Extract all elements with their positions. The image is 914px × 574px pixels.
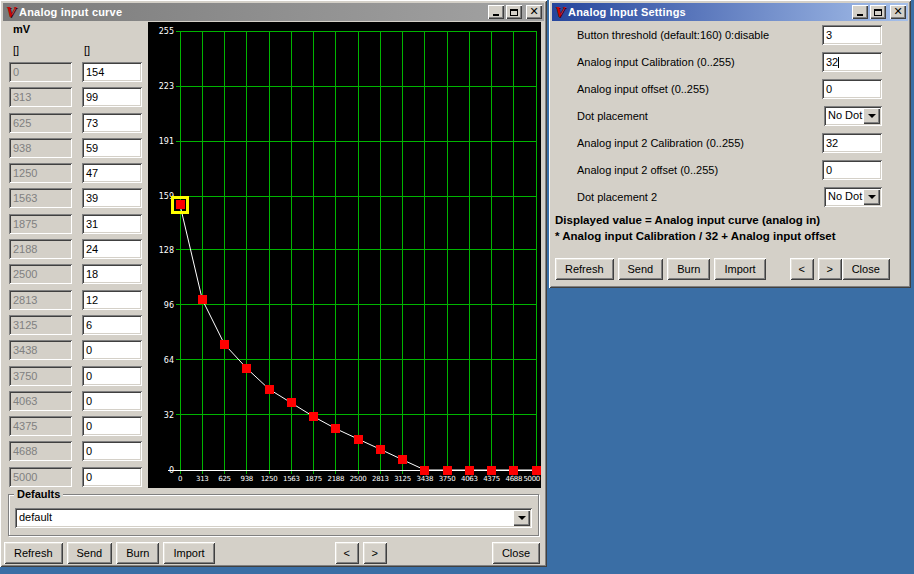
calibration-formula-note: * Analog input Calibration / 32 + Analog… <box>555 230 836 242</box>
vems-v-icon: V <box>555 5 565 19</box>
close-button[interactable]: Close <box>492 542 540 564</box>
mv-input: 1875 <box>9 214 72 234</box>
desktop-background: V Analog input curve ✕ mV [] [] 01543139… <box>0 0 914 574</box>
mv-input: 4063 <box>9 391 72 411</box>
curve-value-input[interactable]: 59 <box>82 138 142 158</box>
analog-input-2-calibration-0-255-input[interactable]: 32 <box>822 133 882 153</box>
close-icon: ✕ <box>529 7 538 17</box>
svg-text:5000: 5000 <box>523 475 540 483</box>
analog-input-curve-window: V Analog input curve ✕ mV [] [] 01543139… <box>0 0 547 567</box>
burn-button[interactable]: Burn <box>667 258 710 280</box>
mv-input: 3125 <box>9 315 72 335</box>
maximize-button[interactable] <box>506 5 522 19</box>
table-row: 31256 <box>9 315 143 335</box>
svg-text:625: 625 <box>218 475 230 483</box>
dropdown-button[interactable] <box>863 108 880 124</box>
prev-button[interactable]: < <box>790 258 814 280</box>
curve-value-input[interactable]: 18 <box>82 264 142 284</box>
curve-value-input[interactable]: 47 <box>82 163 142 183</box>
close-window-button[interactable]: ✕ <box>526 5 542 19</box>
table-row: 125047 <box>9 163 143 183</box>
send-button[interactable]: Send <box>618 258 664 280</box>
close-icon: ✕ <box>893 7 902 17</box>
mv-input: 938 <box>9 138 72 158</box>
curve-button-row: RefreshSendBurnImport <> Close <box>4 542 543 564</box>
mv-input: 2500 <box>9 264 72 284</box>
table-row: 46880 <box>9 441 143 461</box>
table-row: 40630 <box>9 391 143 411</box>
settings-fields: Button threshold (default:160) 0:disable… <box>552 22 908 211</box>
refresh-button[interactable]: Refresh <box>555 258 614 280</box>
minimize-button[interactable] <box>852 5 868 19</box>
table-row: 43750 <box>9 416 143 436</box>
curve-value-input[interactable]: 0 <box>82 391 142 411</box>
analog-input-2-offset-0-255-label: Analog input 2 offset (0..255) <box>577 164 718 176</box>
send-button[interactable]: Send <box>67 542 113 564</box>
mv-input: 4375 <box>9 416 72 436</box>
settings-window-titlebar[interactable]: V Analog Input Settings ✕ <box>552 3 908 21</box>
svg-text:3125: 3125 <box>394 475 411 483</box>
dot-placement-2-dropdown[interactable]: No Dot <box>824 187 882 207</box>
analog-input-calibration-0-255-input[interactable]: 32 <box>822 52 882 72</box>
svg-text:2500: 2500 <box>350 475 367 483</box>
curve-value-input[interactable]: 154 <box>82 62 142 82</box>
chevron-down-icon <box>868 195 876 199</box>
svg-text:1250: 1250 <box>261 475 278 483</box>
settings-field-row: Analog input 2 offset (0..255)0 <box>552 157 908 184</box>
refresh-button[interactable]: Refresh <box>4 542 63 564</box>
close-window-button[interactable]: ✕ <box>890 5 906 19</box>
minimize-button[interactable] <box>488 5 504 19</box>
curve-value-input[interactable]: 6 <box>82 315 142 335</box>
minimize-icon <box>493 14 499 16</box>
curve-value-input[interactable]: 12 <box>82 290 142 310</box>
curve-value-input[interactable]: 39 <box>82 188 142 208</box>
svg-text:255: 255 <box>159 27 174 36</box>
table-row: 93859 <box>9 138 143 158</box>
settings-field-row: Analog input Calibration (0..255)32 <box>552 49 908 76</box>
svg-text:64: 64 <box>164 356 174 365</box>
selected-value: No Dot <box>828 190 862 202</box>
next-button[interactable]: > <box>818 258 842 280</box>
import-button[interactable]: Import <box>163 542 214 564</box>
button-threshold-default-160-0-disable-input[interactable]: 3 <box>822 25 882 45</box>
curve-value-input[interactable]: 0 <box>82 340 142 360</box>
curve-value-input[interactable]: 73 <box>82 113 142 133</box>
analog-input-offset-0-255-input[interactable]: 0 <box>822 79 882 99</box>
table-row: 50000 <box>9 467 143 487</box>
svg-text:938: 938 <box>241 475 253 483</box>
close-button[interactable]: Close <box>842 258 890 280</box>
analog-input-2-offset-0-255-input[interactable]: 0 <box>822 160 882 180</box>
curve-value-input[interactable]: 99 <box>82 87 142 107</box>
dropdown-button[interactable] <box>863 189 880 205</box>
table-row: 62573 <box>9 113 143 133</box>
curve-value-input[interactable]: 0 <box>82 366 142 386</box>
svg-text:2188: 2188 <box>327 475 344 483</box>
next-button[interactable]: > <box>363 542 387 564</box>
table-row: 31399 <box>9 87 143 107</box>
settings-field-row: Analog input offset (0..255)0 <box>552 76 908 103</box>
curve-value-input[interactable]: 0 <box>82 467 142 487</box>
settings-field-row: Dot placementNo Dot <box>552 103 908 130</box>
curve-chart[interactable]: 0326496128159191223255031362593812501563… <box>148 22 541 488</box>
settings-field-row: Button threshold (default:160) 0:disable… <box>552 22 908 49</box>
svg-text:3750: 3750 <box>439 475 456 483</box>
dot-placement-dropdown[interactable]: No Dot <box>824 106 882 126</box>
curve-window-titlebar[interactable]: V Analog input curve ✕ <box>3 3 544 21</box>
defaults-dropdown-button[interactable] <box>513 510 530 526</box>
curve-value-input[interactable]: 0 <box>82 416 142 436</box>
settings-button-row: RefreshSendBurnImport <> Close <box>555 258 907 280</box>
curve-value-input[interactable]: 0 <box>82 441 142 461</box>
curve-value-input[interactable]: 24 <box>82 239 142 259</box>
mv-input: 2813 <box>9 290 72 310</box>
table-row: 281312 <box>9 290 143 310</box>
defaults-selected-value: default <box>19 511 52 523</box>
curve-value-input[interactable]: 31 <box>82 214 142 234</box>
defaults-dropdown[interactable]: default <box>15 508 532 528</box>
prev-button[interactable]: < <box>335 542 359 564</box>
import-button[interactable]: Import <box>714 258 765 280</box>
maximize-button[interactable] <box>870 5 886 19</box>
chevron-down-icon <box>868 114 876 118</box>
burn-button[interactable]: Burn <box>116 542 159 564</box>
curve-window-title: Analog input curve <box>19 6 488 18</box>
svg-text:4688: 4688 <box>505 475 522 483</box>
